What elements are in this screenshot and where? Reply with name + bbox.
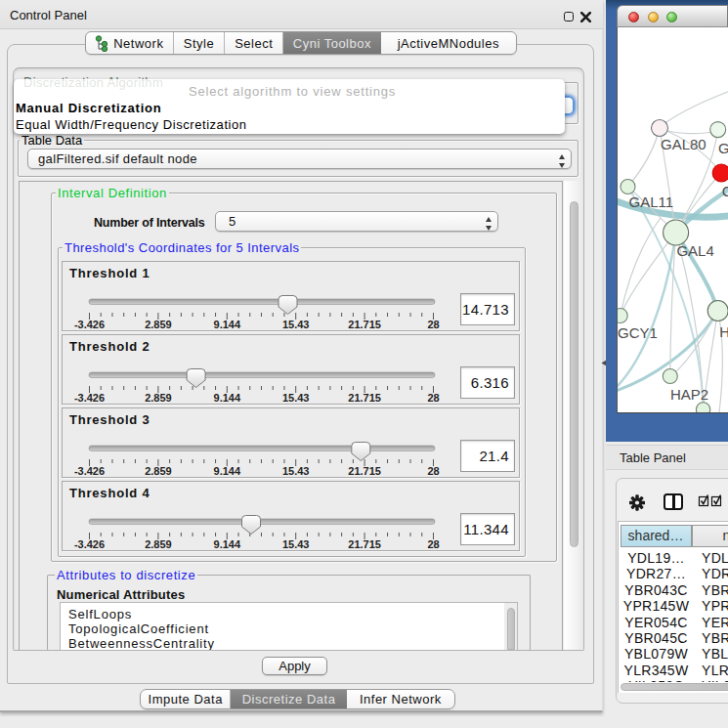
- svg-text:21.715: 21.715: [348, 538, 381, 550]
- svg-text:HAP2: HAP2: [670, 386, 708, 403]
- svg-text:-3.426: -3.426: [74, 319, 105, 330]
- svg-text:9.144: 9.144: [214, 392, 241, 404]
- svg-text:GAL11: GAL11: [629, 193, 674, 210]
- svg-text:15.43: 15.43: [282, 538, 310, 550]
- svg-text:28: 28: [427, 465, 439, 477]
- svg-text:GA: GA: [718, 140, 728, 156]
- svg-text:15.43: 15.43: [282, 319, 310, 330]
- svg-text:21.715: 21.715: [348, 465, 381, 477]
- svg-text:GAL4: GAL4: [676, 242, 713, 259]
- svg-text:GAL80: GAL80: [661, 136, 707, 152]
- svg-text:15.43: 15.43: [282, 392, 310, 404]
- svg-text:-3.426: -3.426: [74, 392, 105, 404]
- svg-text:GCY1: GCY1: [618, 324, 658, 341]
- svg-text:-3.426: -3.426: [74, 465, 105, 477]
- svg-text:-3.426: -3.426: [74, 538, 105, 550]
- svg-text:2.859: 2.859: [145, 538, 172, 550]
- svg-text:21.715: 21.715: [348, 319, 381, 330]
- svg-text:9.144: 9.144: [214, 538, 241, 550]
- svg-text:CR: CR: [722, 183, 728, 199]
- svg-text:15.43: 15.43: [282, 465, 310, 477]
- svg-text:2.859: 2.859: [145, 392, 172, 404]
- svg-text:28: 28: [427, 538, 439, 550]
- svg-text:2.859: 2.859: [145, 465, 172, 477]
- svg-text:HI: HI: [719, 323, 728, 340]
- svg-text:28: 28: [427, 319, 439, 330]
- svg-text:9.144: 9.144: [214, 465, 241, 477]
- svg-text:9.144: 9.144: [214, 319, 241, 330]
- svg-text:21.715: 21.715: [348, 392, 381, 404]
- svg-text:28: 28: [427, 392, 439, 404]
- svg-text:2.859: 2.859: [145, 319, 172, 330]
